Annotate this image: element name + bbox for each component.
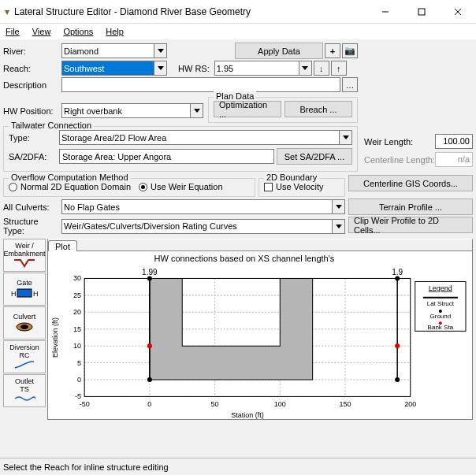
- centerline-gis-button[interactable]: Centerline GIS Coords...: [348, 175, 473, 191]
- tab-strip: Plot: [48, 239, 472, 251]
- river-label: River:: [3, 46, 61, 56]
- close-button[interactable]: [440, 0, 476, 24]
- tool-weir[interactable]: Weir / Embankment: [3, 239, 46, 272]
- plan-data-group: Plan Data Optimization ... Breach ...: [208, 97, 358, 123]
- svg-marker-8: [343, 135, 349, 139]
- tool-outlet-label: Outlet TS: [15, 378, 34, 393]
- menu-view[interactable]: View: [30, 25, 54, 38]
- svg-text:Legend: Legend: [429, 284, 452, 292]
- menu-options[interactable]: Options: [61, 25, 95, 38]
- svg-text:15: 15: [73, 325, 81, 333]
- move-down-button[interactable]: ↓: [314, 61, 329, 76]
- use-velocity-check[interactable]: Use Velocity: [264, 182, 340, 191]
- status-text: Select the Reach for inline structure ed…: [3, 462, 169, 472]
- svg-text:25: 25: [73, 291, 81, 299]
- structure-type-label: Structure Type:: [3, 217, 61, 236]
- apply-data-button[interactable]: Apply Data: [235, 43, 323, 59]
- chevron-down-icon: [154, 61, 166, 75]
- all-culverts-combo[interactable]: No Flap Gates: [61, 199, 345, 214]
- main-panel: River: Diamond Apply Data + 📷 Reach: Sou…: [0, 39, 476, 458]
- tool-diversion-rc[interactable]: Diversion RC: [3, 340, 46, 373]
- river-combo[interactable]: Diamond: [61, 43, 167, 58]
- hwrs-combo[interactable]: 1.95: [214, 61, 312, 76]
- move-up-button[interactable]: ↑: [331, 61, 347, 76]
- svg-text:Bank Sta: Bank Sta: [428, 324, 454, 331]
- terrain-profile-button[interactable]: Terrain Profile ...: [348, 199, 473, 215]
- maximize-button[interactable]: [403, 0, 440, 24]
- breach-button[interactable]: Breach ...: [284, 101, 352, 117]
- optimization-button[interactable]: Optimization ...: [214, 101, 281, 117]
- radio-icon: [9, 183, 17, 191]
- tool-weir-label: Weir / Embankment: [3, 243, 45, 258]
- outlet-icon: [13, 394, 35, 403]
- reach-label: Reach:: [3, 64, 61, 73]
- weir-length-label: Weir Length:: [364, 137, 435, 147]
- tailwater-legend: Tailwater Connection: [9, 121, 94, 130]
- checkbox-icon: [264, 183, 273, 191]
- sa-label: SA/2DFA:: [9, 152, 59, 161]
- hwpos-value: Right overbank: [64, 106, 122, 116]
- window-title: Lateral Structure Editor - Diamond River…: [14, 6, 367, 17]
- add-button[interactable]: +: [325, 43, 340, 58]
- hwpos-label: HW Position:: [3, 106, 61, 116]
- svg-text:H: H: [33, 290, 38, 298]
- svg-text:1.9: 1.9: [392, 269, 403, 277]
- svg-text:Lat Struct: Lat Struct: [427, 300, 455, 307]
- tool-outlet-ts[interactable]: Outlet TS: [3, 374, 46, 407]
- radio-icon: [139, 183, 147, 191]
- svg-text:H: H: [11, 290, 17, 298]
- tool-culvert[interactable]: Culvert: [3, 306, 46, 340]
- hwrs-value: 1.95: [217, 64, 233, 73]
- radio-normal-label: Normal 2D Equation Domain: [20, 182, 131, 191]
- hwpos-combo[interactable]: Right overbank: [61, 103, 203, 118]
- weir-length-value: 100.00: [435, 134, 473, 149]
- menu-file[interactable]: File: [3, 25, 22, 38]
- description-input[interactable]: [61, 77, 340, 92]
- centerline-length-label: Centerline Length:: [364, 155, 435, 165]
- all-culverts-value: No Flap Gates: [64, 202, 120, 212]
- svg-point-54: [395, 276, 400, 281]
- hwrs-label: HW RS:: [178, 64, 210, 73]
- svg-text:-5: -5: [75, 393, 81, 401]
- camera-icon: 📷: [344, 46, 355, 56]
- overflow-legend: Overflow Computation Method: [9, 173, 131, 182]
- svg-marker-4: [158, 49, 164, 53]
- camera-button[interactable]: 📷: [342, 43, 358, 58]
- svg-text:5: 5: [77, 359, 81, 367]
- tool-gate[interactable]: Gate HH: [3, 273, 46, 306]
- chevron-down-icon: [332, 200, 344, 213]
- minimize-button[interactable]: [367, 0, 403, 24]
- svg-text:Ground: Ground: [430, 313, 451, 320]
- chevron-down-icon: [339, 131, 351, 144]
- radio-normal-2d[interactable]: Normal 2D Equation Domain: [9, 182, 131, 191]
- menu-help[interactable]: Help: [103, 25, 126, 38]
- chart-svg: HW connections based on XS channel lengt…: [48, 251, 472, 419]
- sa-value: Storage Area: Upper Angora: [59, 149, 274, 164]
- tab-plot[interactable]: Plot: [48, 240, 77, 251]
- clip-weir-button[interactable]: Clip Weir Profile to 2D Cells...: [348, 217, 473, 233]
- svg-marker-7: [194, 109, 200, 113]
- weir-icon: [13, 258, 36, 268]
- chevron-down-icon: [154, 44, 166, 58]
- svg-text:30: 30: [73, 275, 81, 283]
- radio-weir-label: Use Weir Equation: [151, 182, 223, 191]
- structure-type-combo[interactable]: Weir/Gates/Culverts/Diversion Rating Cur…: [61, 219, 345, 234]
- gate-icon: HH: [11, 288, 38, 299]
- svg-text:50: 50: [211, 400, 219, 408]
- svg-text:1.99: 1.99: [142, 269, 158, 277]
- svg-point-15: [20, 325, 28, 329]
- description-ellipsis-button[interactable]: …: [342, 77, 358, 92]
- radio-use-weir[interactable]: Use Weir Equation: [139, 182, 223, 191]
- culvert-icon: [13, 321, 35, 332]
- svg-text:0: 0: [77, 376, 81, 384]
- centerline-length-value: n/a: [435, 152, 473, 167]
- svg-text:0: 0: [147, 400, 151, 408]
- svg-text:150: 150: [339, 400, 351, 408]
- chevron-down-icon: [190, 104, 203, 117]
- app-icon: ▾: [5, 6, 9, 17]
- type-combo[interactable]: Storage Area/2D Flow Area: [59, 130, 352, 145]
- status-bar: Select the Reach for inline structure ed…: [0, 458, 476, 475]
- set-sa-button[interactable]: Set SA/2DFA ...: [277, 148, 352, 165]
- reach-combo[interactable]: Southwest: [61, 61, 167, 76]
- svg-marker-5: [158, 66, 164, 70]
